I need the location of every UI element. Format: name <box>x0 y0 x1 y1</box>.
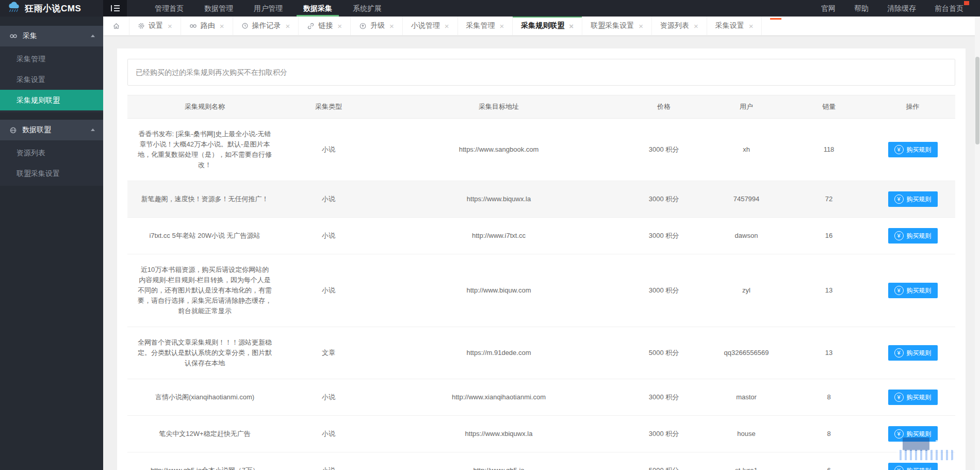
nav-item[interactable]: 管理首页 <box>144 0 194 17</box>
nav-item[interactable]: 系统扩展 <box>342 0 392 17</box>
navbar-right-menu: 官网帮助清除缓存前台首页 <box>812 0 980 17</box>
cell-target-url: http://www.xianqihaotianmi.com <box>375 379 623 416</box>
cell-sales: 72 <box>788 181 870 218</box>
notice-banner: 已经购买的过的采集规则再次购买不在扣取积分 <box>127 59 955 86</box>
cell-action: ¥ 购买规则 <box>870 327 955 379</box>
scrollbar-thumb[interactable] <box>975 57 979 144</box>
close-icon[interactable]: × <box>694 22 698 30</box>
watermark-text-line <box>936 440 951 442</box>
buy-rule-button[interactable]: ¥ 购买规则 <box>888 228 938 244</box>
close-icon[interactable]: × <box>500 22 504 30</box>
buy-rule-button[interactable]: ¥ 购买规则 <box>888 283 938 298</box>
vertical-scrollbar[interactable] <box>975 17 980 470</box>
watermark-keys <box>896 450 953 460</box>
nav-item[interactable]: 官网 <box>812 0 845 17</box>
buy-rule-button[interactable]: ¥ 购买规则 <box>888 345 938 361</box>
cell-rule-name: 近10万本书籍资源，购买后请设定你网站的内容规则-栏目规则-栏目转换，因为每个人… <box>127 254 282 327</box>
col-rule-name: 采集规则名称 <box>127 95 282 119</box>
close-icon[interactable]: × <box>445 22 449 30</box>
yen-circle-icon: ¥ <box>894 231 904 240</box>
navbar: 狂雨小说CMS 管理首页数据管理用户管理数据采集系统扩展 官网帮助清除缓存前台首… <box>0 0 980 17</box>
gear-icon <box>138 22 145 29</box>
close-icon[interactable]: × <box>389 22 394 30</box>
close-icon[interactable]: × <box>749 22 754 30</box>
sidebar-section-header[interactable]: 采集 <box>0 26 103 46</box>
tab[interactable]: 采集规则联盟 × <box>513 17 582 35</box>
cell-type: 小说 <box>282 218 375 254</box>
tab[interactable]: 联盟采集设置 × <box>582 17 652 35</box>
tab[interactable]: 设置 × <box>129 17 181 35</box>
cell-type: 小说 <box>282 379 375 416</box>
sidebar-item-0[interactable]: 资源列表 <box>0 142 103 163</box>
yen-circle-icon: ¥ <box>894 286 904 295</box>
buy-rule-button[interactable]: ¥ 购买规则 <box>888 191 938 207</box>
table-row: http://www.qb5.io全本小说网（7万） 小说 http://www… <box>127 452 955 470</box>
nav-item[interactable]: 帮助 <box>845 0 878 17</box>
col-target-url: 采集目标地址 <box>375 95 623 119</box>
content-card: 已经购买的过的采集规则再次购买不在扣取积分 采集规则名称 采集类型 采集目标地址… <box>117 48 966 470</box>
cell-user: qq3266556569 <box>705 327 788 379</box>
table-row: 全网首个资讯文章采集规则！！！源站更新稳定。分类默认是默认系统的文章分类，图片默… <box>127 327 955 379</box>
cell-user: 7457994 <box>705 181 788 218</box>
cell-target-url: http://www.biquw.com <box>375 254 623 327</box>
watermark-image <box>903 437 929 451</box>
nav-item[interactable]: 用户管理 <box>243 0 293 17</box>
clock-icon <box>241 22 249 29</box>
sidebar-section-header[interactable]: 数据联盟 <box>0 120 103 140</box>
cell-price: 3000 积分 <box>623 181 705 218</box>
upgrade-icon <box>359 22 367 30</box>
cell-sales: 16 <box>788 218 870 254</box>
sidebar-item-1[interactable]: 采集设置 <box>0 69 103 90</box>
close-icon[interactable]: × <box>569 22 574 30</box>
table-row: 香香书发布: [采集-桑书网]史上最全小说-无错章节小说！大概42万本小说。默认… <box>127 119 955 181</box>
cell-action: ¥ 购买规则 <box>870 181 955 218</box>
tab[interactable]: 链接 × <box>299 17 351 35</box>
cell-target-url: https://www.xbiquwx.la <box>375 416 623 452</box>
tab[interactable]: 操作记录 × <box>233 17 299 35</box>
close-icon[interactable]: × <box>639 22 643 30</box>
route-icon <box>189 22 197 30</box>
close-icon[interactable]: × <box>168 22 172 30</box>
cell-price: 3000 积分 <box>623 416 705 452</box>
sidebar-toggle-button[interactable] <box>103 0 127 17</box>
tab[interactable]: 采集设置 × <box>707 17 762 35</box>
col-sales: 销量 <box>788 95 870 119</box>
rain-cloud-logo-icon <box>7 2 21 15</box>
cell-rule-name: 全网首个资讯文章采集规则！！！源站更新稳定。分类默认是默认系统的文章分类，图片默… <box>127 327 282 379</box>
tab[interactable]: 采集管理 × <box>458 17 513 35</box>
yen-circle-icon: ¥ <box>894 348 904 358</box>
buy-rule-button[interactable]: ¥ 购买规则 <box>888 390 938 405</box>
close-icon[interactable]: × <box>286 22 290 30</box>
cell-user: mastor <box>705 379 788 416</box>
sidebar-section: 采集 采集管理采集设置采集规则联盟 <box>0 26 103 112</box>
tab[interactable]: 路由 × <box>181 17 233 35</box>
tab[interactable]: 资源列表 × <box>652 17 707 35</box>
tab[interactable] <box>103 17 129 35</box>
cell-action: ¥ 购买规则 <box>870 218 955 254</box>
buy-rule-button[interactable]: ¥ 购买规则 <box>888 142 938 157</box>
cell-action: ¥ 购买规则 <box>870 379 955 416</box>
nav-item[interactable]: 数据管理 <box>194 0 243 17</box>
cell-sales: 6 <box>788 452 870 470</box>
close-icon[interactable]: × <box>337 22 342 30</box>
table-row: 近10万本书籍资源，购买后请设定你网站的内容规则-栏目规则-栏目转换，因为每个人… <box>127 254 955 327</box>
cell-user: zyl <box>705 254 788 327</box>
cell-type: 小说 <box>282 119 375 181</box>
loading-bar-fragment <box>770 18 781 20</box>
app-window: 狂雨小说CMS 管理首页数据管理用户管理数据采集系统扩展 官网帮助清除缓存前台首… <box>0 0 980 470</box>
cell-action: ¥ 购买规则 <box>870 254 955 327</box>
close-icon[interactable]: × <box>220 22 224 30</box>
sidebar-item-2[interactable]: 采集规则联盟 <box>0 90 103 110</box>
cell-type: 小说 <box>282 452 375 470</box>
tab[interactable]: 小说管理 × <box>403 17 458 35</box>
sidebar: 采集 采集管理采集设置采集规则联盟 数据联盟 资源列表联盟采集设置 <box>0 17 103 470</box>
cell-price: 5000 积分 <box>623 452 705 470</box>
sidebar-item-0[interactable]: 采集管理 <box>0 48 103 69</box>
cell-target-url: https://www.biquwx.la <box>375 181 623 218</box>
tab[interactable]: 升级 × <box>351 17 403 35</box>
floating-watermark[interactable] <box>896 437 953 460</box>
sidebar-item-1[interactable]: 联盟采集设置 <box>0 163 103 184</box>
buy-rule-button[interactable]: ¥ 购买规则 <box>888 463 938 470</box>
nav-item[interactable]: 数据采集 <box>293 0 342 17</box>
nav-item[interactable]: 清除缓存 <box>878 0 925 17</box>
